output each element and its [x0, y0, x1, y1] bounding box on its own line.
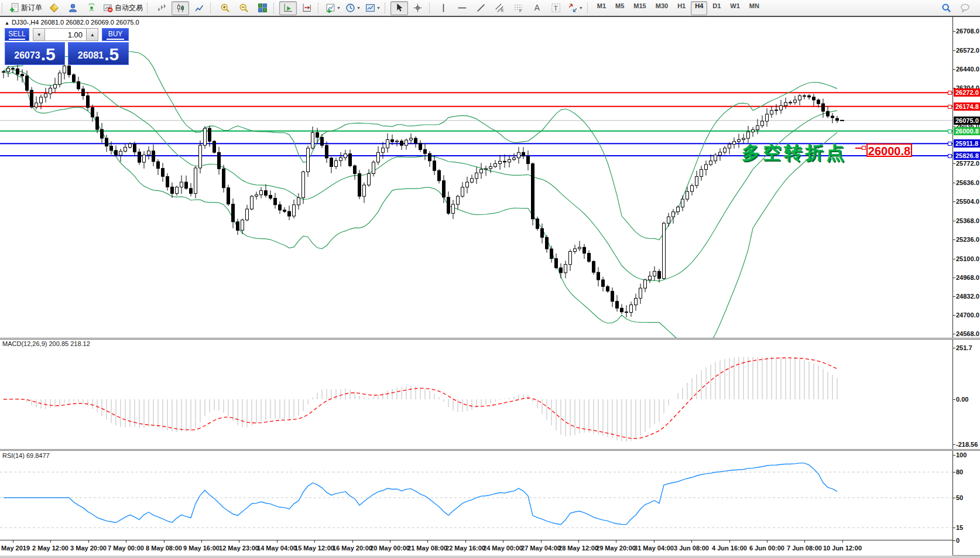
pane-separator[interactable]	[0, 449, 980, 451]
zoom-in-button[interactable]	[216, 1, 234, 15]
chat-button[interactable]	[956, 1, 974, 15]
time-axis-label: 29 May 20:00	[596, 545, 636, 552]
fibonacci-button[interactable]: F	[510, 1, 527, 15]
time-axis-tick	[804, 540, 805, 543]
svg-text:E: E	[501, 8, 504, 13]
price-callout-box[interactable]: 26000.8	[866, 143, 912, 157]
volume-increase-button[interactable]: ▲	[86, 28, 98, 41]
axis-tick	[953, 221, 955, 221]
timeframe-mn-button[interactable]: MN	[745, 1, 763, 15]
bar-chart-button[interactable]	[153, 1, 170, 15]
time-axis-tick	[729, 540, 730, 543]
rsi-plot[interactable]	[0, 451, 952, 540]
arrows-button[interactable]: ▼	[566, 1, 585, 15]
crosshair-button[interactable]	[409, 1, 427, 15]
buy-price[interactable]: 26081.5	[68, 42, 129, 65]
timeframe-w1-button[interactable]: W1	[726, 1, 744, 15]
pane-separator[interactable]	[0, 338, 980, 340]
auto-trading-button[interactable]: 自动交易	[101, 1, 145, 15]
time-axis-label: 6 Jun 00:00	[749, 545, 784, 552]
chinese-note-annotation[interactable]: 多空转折点	[742, 141, 847, 165]
candlestick-chart-button[interactable]	[172, 1, 189, 15]
mql5-community-button[interactable]	[64, 1, 81, 15]
toolbar: 新订单自动交易▼▼▼EFAT▼M1M5M15M30H1H4D1W1MN	[0, 0, 980, 16]
callout-connector	[855, 148, 862, 149]
vertical-line-icon	[438, 3, 448, 13]
price-tag: 26075.0	[954, 117, 980, 125]
line-anchor-square[interactable]	[948, 154, 952, 158]
axis-tick	[953, 472, 955, 473]
price-tag: 26174.8	[954, 102, 980, 111]
buy-button[interactable]: BUY	[102, 28, 129, 41]
volume-decrease-button[interactable]: ▼	[33, 28, 45, 41]
time-axis: 1 May 20192 May 12:003 May 20:007 May 00…	[0, 540, 952, 556]
chart-shift-button[interactable]	[298, 1, 316, 15]
horizontal-line-button[interactable]	[454, 1, 471, 15]
toolbar-group-grip	[2, 3, 5, 13]
zoom-out-button[interactable]	[235, 1, 252, 15]
trendline-button[interactable]	[472, 1, 490, 15]
timeframe-m15-button[interactable]: M15	[629, 1, 650, 15]
vertical-line-button[interactable]	[435, 1, 453, 15]
time-axis-tick	[465, 540, 466, 543]
price-axis-label: 25368.0	[956, 217, 979, 224]
collapse-arrow-icon[interactable]: ▲	[5, 20, 9, 26]
price-axis-label: 25772.0	[956, 160, 979, 167]
text-button[interactable]: A	[529, 1, 546, 15]
timeframe-m1-button[interactable]: M1	[593, 1, 610, 15]
signals-icon	[87, 3, 97, 13]
price-axis-label: 25236.0	[956, 236, 979, 243]
macd-axis-label: 251.7	[956, 344, 972, 351]
price-tag: 25826.8	[954, 152, 980, 160]
line-chart-button[interactable]	[190, 1, 208, 15]
timeframe-m5-button[interactable]: M5	[611, 1, 628, 15]
main-chart-plot[interactable]	[0, 17, 952, 338]
metaeditor-button[interactable]	[45, 1, 63, 15]
callout-anchor-square	[862, 146, 866, 150]
templates-button[interactable]: ▼	[364, 1, 382, 15]
tile-windows-button[interactable]	[253, 1, 271, 15]
sell-button[interactable]: SELL	[5, 28, 29, 41]
line-anchor-square[interactable]	[948, 142, 952, 146]
time-axis-label: 3 Jun 08:00	[674, 545, 709, 552]
chevron-down-icon[interactable]: ▼	[579, 6, 583, 10]
chevron-down-icon[interactable]: ▼	[357, 6, 361, 10]
search-button[interactable]	[937, 1, 955, 15]
axis-tick	[953, 455, 955, 456]
time-axis-label: 1 May 2019	[0, 545, 30, 552]
line-anchor-square[interactable]	[948, 105, 952, 109]
text-label-button[interactable]: T	[547, 1, 565, 15]
line-anchor-square[interactable]	[948, 91, 952, 95]
svg-text:T: T	[554, 4, 558, 12]
timeframe-d1-button[interactable]: D1	[708, 1, 725, 15]
axis-tick	[953, 201, 955, 202]
toolbar-group-grip	[385, 3, 388, 13]
axis-tick	[953, 315, 955, 316]
auto-scroll-button[interactable]	[279, 1, 297, 15]
signals-button[interactable]	[83, 1, 100, 15]
timeframe-h4-button[interactable]: H4	[691, 1, 707, 15]
equidistant-channel-button[interactable]: E	[491, 1, 509, 15]
sell-price[interactable]: 26073.5	[5, 42, 65, 65]
auto-scroll-icon	[283, 3, 293, 13]
axis-tick	[953, 348, 955, 348]
new-order-button[interactable]: 新订单	[8, 1, 44, 15]
time-axis-tick	[239, 540, 239, 543]
time-axis-label: 8 May 08:00	[146, 545, 182, 552]
time-axis-tick	[352, 540, 353, 543]
auto-trading-label: 自动交易	[115, 3, 143, 13]
macd-plot[interactable]	[0, 338, 952, 450]
chevron-down-icon[interactable]: ▼	[376, 6, 381, 10]
line-anchor-square[interactable]	[948, 129, 952, 133]
chevron-down-icon[interactable]: ▼	[337, 6, 341, 10]
rsi-axis-label: 100	[956, 451, 967, 458]
cursor-button[interactable]	[390, 1, 408, 15]
indicators-button[interactable]: ▼	[324, 1, 342, 15]
time-axis-label: 31 May 04:00	[634, 545, 674, 552]
volume-input[interactable]	[45, 28, 86, 41]
periods-button[interactable]: ▼	[344, 1, 362, 15]
timeframe-h1-button[interactable]: H1	[673, 1, 690, 15]
time-axis-label: 24 May 00:00	[483, 545, 523, 552]
timeframe-m30-button[interactable]: M30	[652, 1, 672, 15]
price-axis-label: 24968.0	[956, 274, 979, 281]
